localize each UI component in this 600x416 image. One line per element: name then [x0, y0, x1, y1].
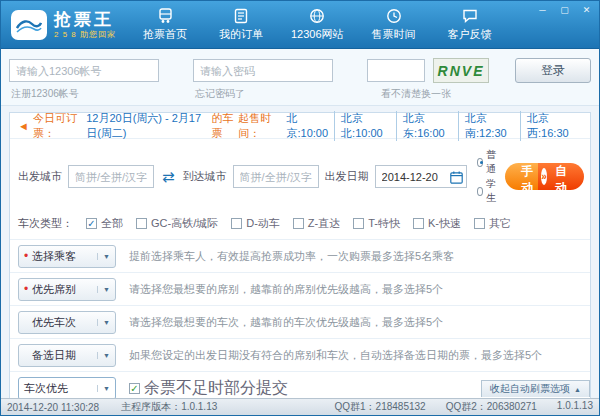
collapse-auto-refresh-button[interactable]: 收起自动刷票选项 ▲	[481, 380, 590, 397]
train-type-other[interactable]: ✓其它	[474, 216, 511, 231]
preferred-train-button[interactable]: 优先车次 ▼	[18, 311, 116, 334]
checkbox-icon: ✓	[129, 383, 140, 394]
train-type-label: 车次类型：	[18, 216, 73, 231]
backup-date-button[interactable]: 备选日期 ▼	[18, 344, 116, 367]
sale-time: 北京东:16:00	[396, 111, 458, 141]
close-button[interactable]: ✕	[579, 4, 594, 17]
sale-label: 起售时间：	[238, 111, 280, 141]
login-section: RNVE 登录 注册12306帐号 忘记密码了 看不清楚换一张	[1, 49, 599, 106]
depart-city-label: 出发城市	[18, 169, 62, 184]
chevron-down-icon: ▼	[97, 319, 110, 326]
register-link[interactable]: 注册12306帐号	[11, 87, 79, 101]
nav-label: 售票时间	[372, 27, 416, 42]
train-icon	[157, 8, 174, 24]
passenger-type-group: 普通 学生	[477, 148, 499, 205]
captcha-image[interactable]: RNVE	[433, 58, 489, 83]
captcha-input[interactable]	[367, 59, 425, 82]
nav-ticket-home[interactable]: 抢票首页	[139, 8, 191, 42]
titlebar: 抢票王 2 5 8 助您回家 抢票首页 我的订单 12306网站 售票时间	[1, 1, 599, 49]
nav-12306-website[interactable]: 12306网站	[291, 8, 344, 42]
arrive-city-label: 到达城市	[183, 169, 227, 184]
refresh-captcha-link[interactable]: 看不清楚换一张	[381, 87, 451, 101]
required-marker: •	[24, 282, 30, 296]
select-passenger-row: • 选择乘客 ▼ 提前选择乘车人，有效提高抢票成功率，一次购票最多选择5名乘客	[10, 240, 590, 273]
chevron-down-icon: ▼	[97, 286, 110, 293]
checkbox-icon: ✓	[86, 218, 97, 229]
row-hint: 提前选择乘车人，有效提高抢票成功率，一次购票最多选择5名乘客	[129, 249, 454, 264]
nav-my-orders[interactable]: 我的订单	[215, 8, 267, 42]
clock-icon	[386, 8, 402, 24]
notice-bar: ◄ 今日可订票： 12月20日(周六) - 2月17日(周二) 的车票 起售时间…	[10, 113, 590, 139]
main-nav: 抢票首页 我的订单 12306网站 售票时间 客户反馈	[139, 8, 496, 42]
train-type-row: 车次类型： ✓全部 ✓GC-高铁/城际 ✓D-动车 ✓Z-直达 ✓T-特快 ✓K…	[10, 214, 590, 240]
main-panel: ◄ 今日可订票： 12月20日(周六) - 2月17日(周二) 的车票 起售时间…	[9, 112, 591, 406]
app-slogan: 2 5 8 助您回家	[54, 29, 116, 40]
passenger-type-normal[interactable]: 普通	[477, 148, 499, 176]
forgot-password-link[interactable]: 忘记密码了	[195, 87, 245, 101]
status-datetime: 2014-12-20 11:30:28	[7, 402, 99, 413]
booking-range: 12月20日(周六) - 2月17日(周二)	[86, 111, 211, 141]
sale-time: 北京南:12:30	[458, 111, 520, 141]
train-type-gc[interactable]: ✓GC-高铁/城际	[136, 216, 218, 231]
app-window: 抢票王 2 5 8 助您回家 抢票首页 我的订单 12306网站 售票时间	[0, 0, 600, 416]
chevron-down-icon: ▼	[97, 352, 110, 359]
status-version: 1.0.1.13	[557, 400, 593, 414]
preferred-train-row: 优先车次 ▼ 请选择您最想要的车次，越靠前的车次优先级越高，最多选择5个	[10, 306, 590, 339]
depart-date-label: 出发日期	[325, 169, 369, 184]
checkbox-icon: ✓	[293, 218, 304, 229]
app-logo: 抢票王 2 5 8 助您回家	[11, 10, 139, 40]
app-title: 抢票王	[54, 10, 116, 29]
checkbox-icon: ✓	[136, 218, 147, 229]
sale-time: 北京西:16:30	[520, 111, 582, 141]
globe-icon	[309, 8, 325, 24]
minimize-button[interactable]: ─	[535, 4, 550, 17]
booking-label: 今日可订票：	[33, 111, 86, 141]
priority-select[interactable]: 车次优先 ▼	[18, 377, 116, 400]
nav-sale-time[interactable]: 售票时间	[368, 8, 420, 42]
login-button[interactable]: 登录	[515, 58, 591, 83]
speech-bubble-icon	[462, 8, 478, 24]
checkbox-icon: ✓	[353, 218, 364, 229]
train-type-k[interactable]: ✓K-快速	[413, 216, 461, 231]
chevron-up-icon: ▲	[574, 386, 581, 393]
refresh-button-group: 手动刷票 » 自动刷票	[505, 163, 584, 190]
calendar-icon[interactable]	[450, 170, 463, 188]
account-input[interactable]	[9, 59, 159, 82]
train-type-all[interactable]: ✓全部	[86, 216, 123, 231]
passenger-type-student[interactable]: 学生	[477, 177, 499, 205]
checkbox-icon: ✓	[474, 218, 485, 229]
status-qq-group1: QQ群1：218485132	[335, 400, 426, 414]
maximize-button[interactable]: ▢	[557, 4, 572, 17]
nav-label: 我的订单	[219, 27, 263, 42]
search-row: 出发城市 ⇄ 到达城市 出发日期 普通 学生 手动刷票 » 自动刷票	[10, 139, 590, 214]
train-type-t[interactable]: ✓T-特快	[353, 216, 400, 231]
status-bar: 2014-12-20 11:30:28 主程序版本：1.0.1.13 QQ群1：…	[1, 398, 599, 415]
depart-city-input[interactable]	[68, 165, 154, 188]
nav-label: 12306网站	[291, 27, 344, 42]
nav-label: 抢票首页	[143, 27, 187, 42]
select-passenger-button[interactable]: • 选择乘客 ▼	[18, 245, 116, 268]
radio-icon	[477, 187, 483, 196]
logo-wave-icon	[11, 10, 47, 40]
swap-cities-icon[interactable]: ⇄	[160, 169, 177, 184]
required-marker: •	[24, 249, 30, 263]
train-type-z[interactable]: ✓Z-直达	[293, 216, 340, 231]
partial-submit-checkbox[interactable]: ✓ 余票不足时部分提交	[129, 378, 288, 399]
status-version-label: 主程序版本：1.0.1.13	[121, 400, 217, 414]
sale-time: 北京:10:00	[281, 111, 335, 141]
order-list-icon	[233, 8, 249, 24]
arrive-city-input[interactable]	[233, 165, 319, 188]
preferred-seat-button[interactable]: • 优先席别 ▼	[18, 278, 116, 301]
password-input[interactable]	[193, 59, 333, 82]
sale-time: 北京北:10:00	[334, 111, 396, 141]
nav-label: 客户反馈	[448, 27, 492, 42]
login-links: 注册12306帐号 忘记密码了 看不清楚换一张	[9, 86, 591, 102]
checkbox-icon: ✓	[413, 218, 424, 229]
booking-suffix: 的车票	[212, 111, 239, 141]
train-type-d[interactable]: ✓D-动车	[231, 216, 280, 231]
window-controls: ─ ▢ ✕	[535, 4, 594, 17]
row-hint: 请选择您最想要的席别，越靠前的席别优先级越高，最多选择5个	[129, 282, 443, 297]
preferred-seat-row: • 优先席别 ▼ 请选择您最想要的席别，越靠前的席别优先级越高，最多选择5个	[10, 273, 590, 306]
nav-feedback[interactable]: 客户反馈	[444, 8, 496, 42]
row-hint: 如果您设定的出发日期没有符合的席别和车次，自动选择备选日期的票，最多选择5个	[129, 348, 542, 363]
